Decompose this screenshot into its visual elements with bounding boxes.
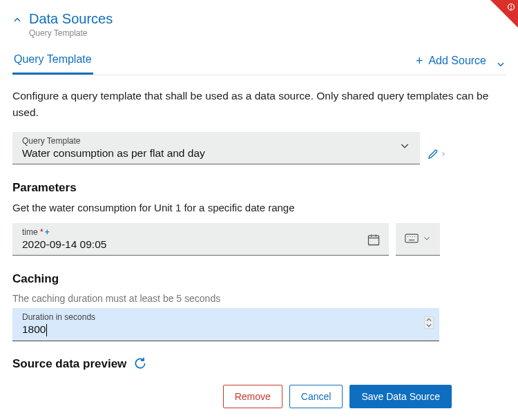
time-label: time *+ bbox=[22, 227, 382, 237]
svg-rect-3 bbox=[369, 236, 379, 245]
caching-heading: Caching bbox=[12, 272, 506, 286]
step-down-icon[interactable] bbox=[425, 323, 433, 328]
time-extra-dropdown[interactable] bbox=[396, 223, 440, 256]
tab-query-template[interactable]: Query Template bbox=[12, 53, 93, 75]
step-up-icon[interactable] bbox=[425, 317, 433, 323]
caching-note: The caching duration must at least be 5 … bbox=[12, 293, 506, 304]
plus-icon: + bbox=[416, 55, 423, 67]
cancel-button[interactable]: Cancel bbox=[289, 385, 343, 408]
refresh-icon[interactable] bbox=[133, 356, 147, 372]
svg-point-2 bbox=[511, 8, 512, 9]
duration-input[interactable]: Duration in seconds 1800 bbox=[12, 308, 439, 341]
parameters-description: Get the water consumption for Unit 1 for… bbox=[12, 202, 506, 213]
query-template-select[interactable]: Query Template Water consumption as per … bbox=[12, 132, 420, 164]
edit-query-template-button[interactable] bbox=[427, 148, 446, 164]
add-source-label: Add Source bbox=[428, 55, 486, 67]
time-value: 2020-09-14 09:05 bbox=[22, 238, 382, 251]
alert-icon bbox=[507, 3, 515, 12]
query-template-label: Query Template bbox=[22, 136, 413, 146]
keyboard-icon bbox=[405, 233, 419, 245]
page-subtitle: Query Template bbox=[29, 28, 113, 38]
preview-heading: Source data preview bbox=[12, 357, 126, 371]
time-input[interactable]: time *+ 2020-09-14 09:05 bbox=[12, 223, 389, 256]
collapse-section-icon[interactable] bbox=[12, 15, 22, 25]
add-source-button[interactable]: + Add Source bbox=[416, 55, 486, 74]
chevron-down-icon[interactable] bbox=[399, 140, 410, 151]
svg-rect-7 bbox=[405, 234, 418, 242]
add-source-chevron-icon[interactable] bbox=[496, 59, 506, 69]
query-template-value: Water consumption as per flat and day bbox=[22, 147, 413, 160]
page-title: Data Sources bbox=[29, 11, 113, 27]
duration-value: 1800 bbox=[22, 323, 432, 336]
number-stepper[interactable] bbox=[424, 316, 434, 329]
chevron-down-icon bbox=[423, 233, 431, 245]
duration-label: Duration in seconds bbox=[22, 312, 432, 322]
section-description: Configure a query template that shall be… bbox=[12, 88, 506, 121]
save-button[interactable]: Save Data Source bbox=[349, 385, 452, 408]
remove-button[interactable]: Remove bbox=[223, 385, 282, 408]
parameters-heading: Parameters bbox=[12, 181, 506, 195]
calendar-icon[interactable] bbox=[367, 233, 381, 249]
